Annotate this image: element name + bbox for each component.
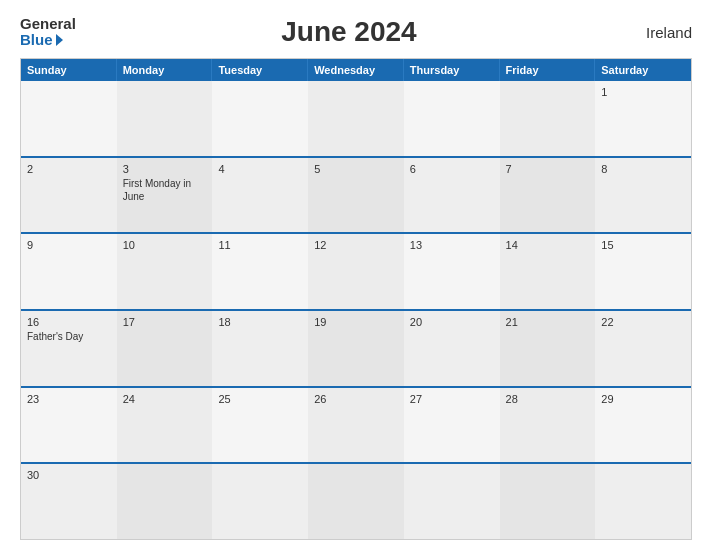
page-header: General Blue June 2024 Ireland [20, 16, 692, 48]
calendar-cell: 14 [500, 234, 596, 309]
calendar-week-2: 23First Monday in June45678 [21, 156, 691, 233]
calendar-week-3: 9101112131415 [21, 232, 691, 309]
logo-general-text: General [20, 16, 76, 31]
logo-triangle-icon [56, 34, 63, 46]
calendar-cell: 1 [595, 81, 691, 156]
day-number: 15 [601, 239, 685, 251]
calendar-cell: 8 [595, 158, 691, 233]
day-number: 4 [218, 163, 302, 175]
day-number: 30 [27, 469, 111, 481]
day-number: 5 [314, 163, 398, 175]
header-day-tuesday: Tuesday [212, 59, 308, 81]
calendar-cell: 20 [404, 311, 500, 386]
calendar-cell: 17 [117, 311, 213, 386]
calendar-cell [404, 81, 500, 156]
calendar-cell: 4 [212, 158, 308, 233]
calendar-cell: 11 [212, 234, 308, 309]
day-number: 10 [123, 239, 207, 251]
calendar-cell [21, 81, 117, 156]
calendar-week-6: 30 [21, 462, 691, 539]
calendar-cell: 27 [404, 388, 500, 463]
calendar-event: First Monday in June [123, 177, 207, 203]
calendar-cell [308, 464, 404, 539]
day-number: 19 [314, 316, 398, 328]
calendar-cell: 12 [308, 234, 404, 309]
day-number: 14 [506, 239, 590, 251]
calendar-cell: 26 [308, 388, 404, 463]
header-day-friday: Friday [500, 59, 596, 81]
calendar-body: 123First Monday in June45678910111213141… [21, 81, 691, 539]
day-number: 28 [506, 393, 590, 405]
calendar-header-row: SundayMondayTuesdayWednesdayThursdayFrid… [21, 59, 691, 81]
calendar-cell: 7 [500, 158, 596, 233]
header-day-saturday: Saturday [595, 59, 691, 81]
calendar-cell: 9 [21, 234, 117, 309]
calendar-title: June 2024 [281, 16, 416, 48]
day-number: 8 [601, 163, 685, 175]
calendar-week-4: 16Father's Day171819202122 [21, 309, 691, 386]
calendar-cell: 22 [595, 311, 691, 386]
calendar-cell: 29 [595, 388, 691, 463]
header-day-wednesday: Wednesday [308, 59, 404, 81]
calendar-cell: 18 [212, 311, 308, 386]
day-number: 6 [410, 163, 494, 175]
calendar-grid: SundayMondayTuesdayWednesdayThursdayFrid… [20, 58, 692, 540]
logo-blue-text: Blue [20, 31, 53, 48]
day-number: 2 [27, 163, 111, 175]
day-number: 1 [601, 86, 685, 98]
day-number: 21 [506, 316, 590, 328]
calendar-cell: 28 [500, 388, 596, 463]
day-number: 22 [601, 316, 685, 328]
day-number: 3 [123, 163, 207, 175]
calendar-cell [500, 464, 596, 539]
calendar-cell: 21 [500, 311, 596, 386]
calendar-cell: 13 [404, 234, 500, 309]
calendar-cell: 15 [595, 234, 691, 309]
calendar-cell: 24 [117, 388, 213, 463]
calendar-cell [117, 464, 213, 539]
header-day-sunday: Sunday [21, 59, 117, 81]
calendar-cell [212, 464, 308, 539]
day-number: 29 [601, 393, 685, 405]
calendar-cell: 2 [21, 158, 117, 233]
day-number: 18 [218, 316, 302, 328]
calendar-cell: 19 [308, 311, 404, 386]
calendar-cell: 16Father's Day [21, 311, 117, 386]
calendar-cell: 6 [404, 158, 500, 233]
day-number: 17 [123, 316, 207, 328]
country-label: Ireland [622, 24, 692, 41]
calendar-cell [404, 464, 500, 539]
day-number: 23 [27, 393, 111, 405]
day-number: 25 [218, 393, 302, 405]
calendar-cell [212, 81, 308, 156]
day-number: 12 [314, 239, 398, 251]
day-number: 26 [314, 393, 398, 405]
calendar-cell: 5 [308, 158, 404, 233]
calendar-week-5: 23242526272829 [21, 386, 691, 463]
calendar-event: Father's Day [27, 330, 111, 343]
calendar-cell: 10 [117, 234, 213, 309]
day-number: 13 [410, 239, 494, 251]
day-number: 9 [27, 239, 111, 251]
calendar-cell [117, 81, 213, 156]
calendar-cell [500, 81, 596, 156]
day-number: 11 [218, 239, 302, 251]
calendar-cell: 23 [21, 388, 117, 463]
calendar-cell: 3First Monday in June [117, 158, 213, 233]
header-day-thursday: Thursday [404, 59, 500, 81]
calendar-cell: 25 [212, 388, 308, 463]
day-number: 24 [123, 393, 207, 405]
day-number: 20 [410, 316, 494, 328]
calendar-page: General Blue June 2024 Ireland SundayMon… [0, 0, 712, 550]
header-day-monday: Monday [117, 59, 213, 81]
calendar-cell [308, 81, 404, 156]
day-number: 27 [410, 393, 494, 405]
day-number: 16 [27, 316, 111, 328]
day-number: 7 [506, 163, 590, 175]
calendar-week-1: 1 [21, 81, 691, 156]
logo: General Blue [20, 16, 76, 48]
calendar-cell [595, 464, 691, 539]
calendar-cell: 30 [21, 464, 117, 539]
